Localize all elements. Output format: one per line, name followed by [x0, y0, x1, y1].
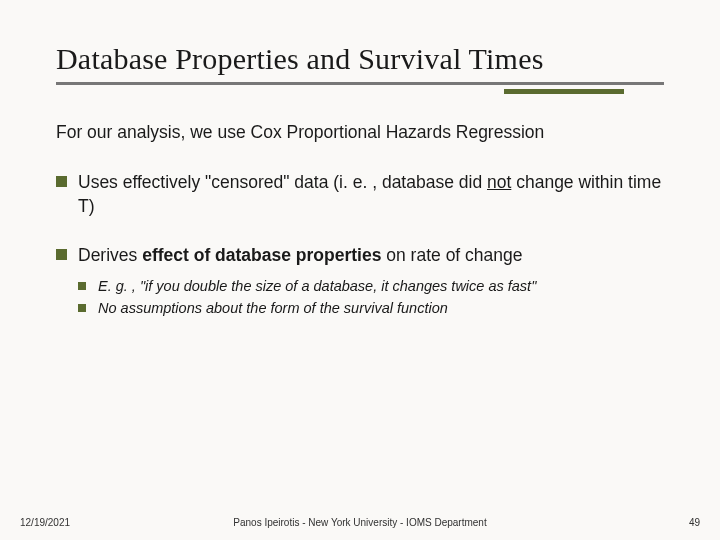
sub-bullet-item: E. g. , "if you double the size of a dat…	[78, 276, 664, 298]
slide-footer: 12/19/2021 Panos Ipeirotis - New York Un…	[0, 517, 720, 528]
footer-page-number: 49	[689, 517, 700, 528]
bullet-text-post: on rate of change	[381, 245, 522, 265]
bullet-text-not: not	[487, 172, 511, 192]
bullet-text-strong: effect of database properties	[142, 245, 381, 265]
sub-bullet-item: No assumptions about the form of the sur…	[78, 298, 664, 320]
footer-attribution: Panos Ipeirotis - New York University - …	[233, 517, 486, 528]
bullet-text-pre: Derives	[78, 245, 142, 265]
sub-bullet-text: No assumptions about the form of the sur…	[98, 300, 448, 316]
sub-bullet-text: E. g. , "if you double the size of a dat…	[98, 278, 536, 294]
footer-date: 12/19/2021	[20, 517, 70, 528]
slide-title: Database Properties and Survival Times	[56, 42, 664, 76]
title-underline	[56, 82, 664, 85]
lead-text: For our analysis, we use Cox Proportiona…	[56, 122, 664, 143]
bullet-item: Uses effectively "censored" data (i. e. …	[56, 171, 664, 218]
title-accent-bar	[504, 89, 624, 94]
bullet-item: Derives effect of database properties on…	[56, 244, 664, 319]
bullet-text-pre: Uses effectively "censored" data (i. e. …	[78, 172, 487, 192]
